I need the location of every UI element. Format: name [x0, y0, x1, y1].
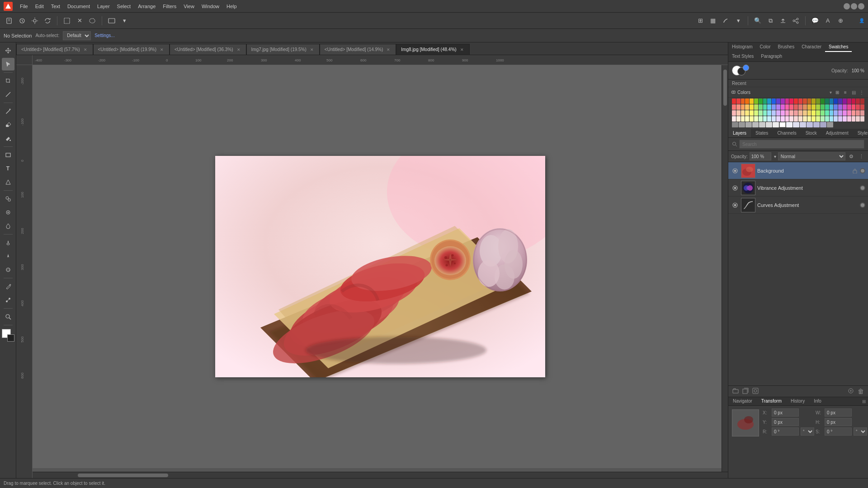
color-cell[interactable]	[843, 116, 847, 122]
transform-w-input[interactable]	[825, 408, 852, 417]
color-cell[interactable]	[798, 104, 802, 110]
tab-close-0[interactable]: ✕	[83, 47, 88, 52]
color-cell[interactable]	[759, 122, 765, 127]
transform-r-unit[interactable]: °	[801, 427, 814, 436]
color-cell[interactable]	[763, 99, 767, 104]
tab-navigator[interactable]: Navigator	[728, 397, 757, 405]
tool-zoom[interactable]	[2, 310, 14, 323]
color-cell[interactable]	[821, 104, 825, 110]
maximize-btn[interactable]	[851, 3, 857, 9]
color-cell[interactable]	[785, 99, 789, 104]
color-cell[interactable]	[847, 116, 851, 122]
color-cell[interactable]	[860, 104, 864, 110]
tool-move[interactable]	[2, 44, 14, 57]
color-cell[interactable]	[732, 99, 736, 104]
tool-rect[interactable]	[2, 149, 14, 161]
color-cell[interactable]	[843, 104, 847, 110]
color-cell[interactable]	[741, 104, 745, 110]
tab-brushes[interactable]: Brushes	[774, 42, 798, 52]
tab-color[interactable]: Color	[756, 42, 774, 52]
color-cell[interactable]	[843, 110, 847, 116]
color-cell[interactable]	[834, 116, 838, 122]
color-cell[interactable]	[794, 110, 798, 116]
color-cell[interactable]	[750, 99, 754, 104]
color-cell[interactable]	[803, 116, 807, 122]
menu-edit[interactable]: Edit	[32, 2, 47, 10]
color-cell[interactable]	[794, 104, 798, 110]
tool-crop[interactable]	[2, 75, 14, 87]
color-cell[interactable]	[736, 116, 741, 122]
tab-swatches[interactable]: Swatches	[825, 42, 852, 52]
layers-delete-btn[interactable]: 🗑	[856, 387, 865, 396]
color-cell[interactable]	[793, 122, 799, 127]
layer-curves[interactable]: Curves Adjustment	[728, 197, 868, 214]
color-cell[interactable]	[759, 104, 763, 110]
canvas-viewport[interactable]	[33, 65, 728, 468]
toolbar-btn-1[interactable]	[4, 15, 15, 27]
color-cell[interactable]	[803, 110, 807, 116]
tab-close-5[interactable]: ✕	[459, 47, 465, 52]
select-rect-btn[interactable]	[61, 15, 73, 27]
color-cell[interactable]	[745, 99, 749, 104]
layers-copy-btn[interactable]	[741, 387, 750, 396]
color-cell[interactable]	[767, 104, 771, 110]
arrange-btn[interactable]: ⧉	[764, 15, 776, 27]
color-cell[interactable]	[785, 116, 789, 122]
color-cell[interactable]	[800, 122, 806, 127]
color-cell[interactable]	[745, 110, 749, 116]
color-cell[interactable]	[847, 104, 851, 110]
color-cell[interactable]	[830, 110, 834, 116]
layers-search-input[interactable]	[739, 140, 864, 149]
color-cell[interactable]	[732, 116, 736, 122]
layers-tab-stock[interactable]: Stock	[801, 129, 821, 137]
color-cell[interactable]	[754, 99, 758, 104]
toolbar-btn-3[interactable]	[29, 15, 41, 27]
tab-text-styles[interactable]: Text Styles	[728, 52, 757, 61]
navigator-expand-btn[interactable]: ⊞	[860, 397, 868, 405]
color-cell[interactable]	[834, 99, 838, 104]
color-cell[interactable]	[767, 99, 771, 104]
color-cell[interactable]	[807, 104, 811, 110]
scrollbar-thumb-v[interactable]	[723, 70, 727, 106]
color-cell[interactable]	[741, 99, 745, 104]
tool-erase[interactable]	[2, 118, 14, 131]
layers-opacity-input[interactable]	[750, 152, 771, 160]
tab-info[interactable]: Info	[809, 397, 826, 405]
color-cell[interactable]	[847, 99, 851, 104]
tab-close-4[interactable]: ✕	[386, 47, 391, 52]
layers-settings-btn[interactable]: ⚙	[847, 152, 855, 160]
color-cell[interactable]	[789, 99, 793, 104]
color-cell[interactable]	[763, 104, 767, 110]
color-cell[interactable]	[750, 116, 754, 122]
menu-file[interactable]: File	[16, 2, 32, 10]
tab-character[interactable]: Character	[798, 42, 825, 52]
color-cell[interactable]	[798, 110, 802, 116]
color-cell[interactable]	[781, 110, 785, 116]
color-cell[interactable]	[838, 104, 842, 110]
layer-vibrance[interactable]: Vibrance Adjustment	[728, 179, 868, 197]
scrollbar-horizontal[interactable]	[33, 472, 728, 478]
export-btn[interactable]	[777, 15, 789, 27]
color-cell[interactable]	[776, 99, 780, 104]
tab-transform[interactable]: Transform	[757, 397, 786, 405]
layers-tab-channels[interactable]: Channels	[773, 129, 801, 137]
colors-view-btn-1[interactable]: ⊞	[834, 89, 841, 96]
color-cell[interactable]	[754, 116, 758, 122]
color-cell[interactable]	[856, 99, 860, 104]
auto-select-dropdown[interactable]: Default Layer Group	[63, 31, 91, 40]
tool-dodge[interactable]	[2, 236, 14, 249]
color-cell[interactable]	[772, 99, 776, 104]
color-cell[interactable]	[838, 99, 842, 104]
layers-mask-btn[interactable]	[751, 387, 760, 396]
color-cell[interactable]	[772, 116, 776, 122]
menu-filters[interactable]: Filters	[159, 2, 180, 10]
toolbar-btn-4[interactable]	[42, 15, 53, 27]
color-cell[interactable]	[821, 116, 825, 122]
color-cell[interactable]	[789, 110, 793, 116]
color-cell[interactable]	[776, 104, 780, 110]
layers-tab-layers[interactable]: Layers	[728, 129, 751, 137]
color-cell[interactable]	[736, 110, 741, 116]
layer-background[interactable]: Background	[728, 162, 868, 179]
color-cell[interactable]	[830, 104, 834, 110]
color-cell[interactable]	[798, 99, 802, 104]
